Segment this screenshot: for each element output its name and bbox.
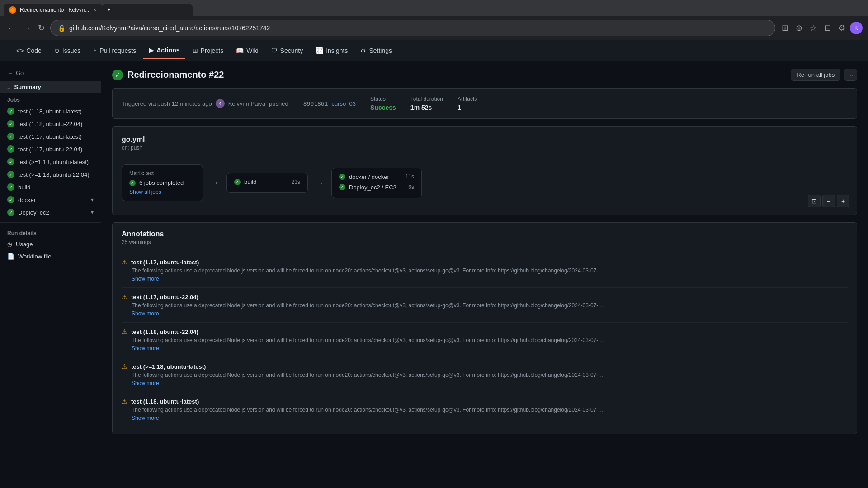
forward-button[interactable]: → xyxy=(21,22,33,35)
job-test-4[interactable]: ✓ test (1.17, ubuntu-22.04) xyxy=(0,143,101,155)
diagram-controls: ⊡ − + xyxy=(808,195,849,207)
nav-settings-label: Settings xyxy=(369,47,392,54)
fit-diagram-button[interactable]: ⊡ xyxy=(808,195,821,207)
warning-icon: ⚠ xyxy=(122,398,127,405)
show-more-5[interactable]: Show more xyxy=(132,415,848,421)
job-test-3[interactable]: ✓ test (1.17, ubuntu-latest) xyxy=(0,130,101,143)
usage-item[interactable]: ◷ Usage xyxy=(0,238,101,250)
artifacts-value: 1 xyxy=(458,104,477,111)
actions-icon: ▶ xyxy=(149,47,154,54)
nav-insights[interactable]: 📈 Insights xyxy=(310,42,353,59)
artifacts-label: Artifacts xyxy=(458,96,477,102)
job-docker[interactable]: ✓ docker ▾ xyxy=(0,193,101,206)
warning-icon: ⚠ xyxy=(122,328,127,335)
build-node: ✓ build 23s xyxy=(226,173,308,193)
status-value: Success xyxy=(370,104,396,111)
page-title: Redirecionamento #22 xyxy=(127,70,224,80)
annotation-header-5: ⚠ test (1.18, ubuntu-latest) xyxy=(122,398,848,405)
job-build[interactable]: ✓ build xyxy=(0,181,101,193)
job-success-icon: ✓ xyxy=(7,145,14,153)
show-more-3[interactable]: Show more xyxy=(132,345,848,352)
bookmark-icon[interactable]: ☆ xyxy=(807,21,820,35)
zoom-in-button[interactable]: + xyxy=(837,195,849,207)
nav-wiki[interactable]: 📖 Wiki xyxy=(231,42,264,59)
zoom-out-button[interactable]: − xyxy=(822,195,835,207)
nav-projects[interactable]: ⊞ Projects xyxy=(187,42,229,59)
build-job: ✓ build 23s xyxy=(234,178,300,185)
nav-actions[interactable]: ▶ Actions xyxy=(143,42,185,59)
show-more-4[interactable]: Show more xyxy=(132,380,848,386)
rerun-all-jobs-button[interactable]: Re-run all jobs xyxy=(791,69,840,81)
job-test-2[interactable]: ✓ test (1.18, ubuntu-22.04) xyxy=(0,117,101,130)
nav-wiki-label: Wiki xyxy=(246,47,258,54)
projects-icon: ⊞ xyxy=(193,47,198,54)
job-success-icon: ✓ xyxy=(7,183,14,191)
zoom-icon[interactable]: ⊕ xyxy=(793,21,805,35)
pushed-text: pushed xyxy=(269,100,288,107)
annotations-title: Annotations xyxy=(122,230,848,238)
job-label: test (1.17, ubuntu-latest) xyxy=(18,133,82,140)
nav-insights-label: Insights xyxy=(326,47,348,54)
warning-icon: ⚠ xyxy=(122,258,127,266)
job-test-5[interactable]: ✓ test (>=1.18, ubuntu-latest) xyxy=(0,155,101,168)
job-success-icon: ✓ xyxy=(7,209,14,216)
annotation-message-4: The following actions use a deprecated N… xyxy=(132,372,606,378)
sidebar-divider xyxy=(0,222,101,223)
tab-close-button[interactable]: × xyxy=(93,6,96,14)
job-label: test (>=1.18, ubuntu-latest) xyxy=(18,159,89,165)
summary-icon: ≡ xyxy=(7,84,11,90)
active-tab[interactable]: 🔶 Redirecionamento · Kelvyn... × xyxy=(4,4,102,16)
commit-hash: 8901861 xyxy=(303,100,328,107)
job-deploy-ec2[interactable]: ✓ Deploy_ec2 ▾ xyxy=(0,206,101,219)
extensions-icon[interactable]: ⊞ xyxy=(779,21,791,35)
refresh-button[interactable]: ↻ xyxy=(36,21,47,35)
more-options-button[interactable]: ··· xyxy=(844,69,857,81)
show-all-jobs-link[interactable]: Show all jobs xyxy=(129,189,195,195)
annotation-job-name-2: test (1.17, ubuntu-22.04) xyxy=(131,294,198,300)
jobs-section-label: Jobs xyxy=(0,93,101,105)
annotation-item-3: ⚠ test (1.18, ubuntu-22.04) The followin… xyxy=(122,322,848,357)
diagram-card: go.yml on: push Matrix: test ✓ 6 jobs co… xyxy=(112,126,857,215)
job-label: test (>=1.18, ubuntu-22.04) xyxy=(18,171,90,178)
build-success-icon: ✓ xyxy=(234,179,241,185)
status-group: Status Success xyxy=(370,96,396,111)
job-test-1[interactable]: ✓ test (1.18, ubuntu-latest) xyxy=(0,105,101,117)
job-label: test (1.18, ubuntu-22.04) xyxy=(18,121,82,127)
nav-issues[interactable]: ⊙ Issues xyxy=(49,42,86,59)
nav-pr-label: Pull requests xyxy=(99,47,136,54)
browser-toolbar: ← → ↻ 🔒 github.com/KelvynmPaiva/curso_ci… xyxy=(0,16,868,40)
account-icon[interactable]: ⚙ xyxy=(835,21,848,35)
bookmark-bar-icon[interactable]: ⊟ xyxy=(821,21,834,35)
back-button[interactable]: ← xyxy=(5,22,17,35)
duration-group: Total duration 1m 52s xyxy=(410,96,443,111)
show-more-2[interactable]: Show more xyxy=(132,310,848,317)
diagram-flow: Matrix: test ✓ 6 jobs completed Show all… xyxy=(122,160,848,206)
summary-item[interactable]: ≡ Summary xyxy=(0,81,101,93)
chevron-down-icon: ▾ xyxy=(91,209,94,216)
annotation-job-name-5: test (1.18, ubuntu-latest) xyxy=(131,398,199,405)
annotation-header-1: ⚠ test (1.17, ubuntu-latest) xyxy=(122,258,848,266)
arrow-left-icon: ← xyxy=(7,70,13,76)
annotation-job-name-1: test (1.17, ubuntu-latest) xyxy=(131,259,199,266)
job-label: docker xyxy=(18,197,36,203)
nav-security[interactable]: 🛡 Security xyxy=(266,42,309,59)
job-label: build xyxy=(18,184,30,191)
header-actions: Re-run all jobs ··· xyxy=(791,69,857,81)
flow-arrow-1: → xyxy=(210,178,219,188)
show-more-1[interactable]: Show more xyxy=(132,276,848,282)
annotation-item-4: ⚠ test (>=1.18, ubuntu-latest) The follo… xyxy=(122,357,848,392)
repo-nav: <> Code ⊙ Issues ⑃ Pull requests ▶ Actio… xyxy=(0,40,868,61)
multi-job-node: ✓ docker / docker 11s ✓ Deploy_ec2 / EC2… xyxy=(331,168,422,198)
nav-code[interactable]: <> Code xyxy=(11,42,47,59)
job-test-6[interactable]: ✓ test (>=1.18, ubuntu-22.04) xyxy=(0,168,101,181)
browser-profile[interactable]: K xyxy=(850,22,863,34)
nav-pull-requests[interactable]: ⑃ Pull requests xyxy=(88,42,142,59)
job-success-icon: ✓ xyxy=(7,108,14,115)
workflow-file-item[interactable]: 📄 Workflow file xyxy=(0,250,101,263)
go-back-link[interactable]: ← Go xyxy=(0,67,101,79)
address-bar[interactable]: 🔒 github.com/KelvynmPaiva/curso_ci-cd_al… xyxy=(50,20,775,36)
docker-success-icon: ✓ xyxy=(339,174,345,180)
nav-settings[interactable]: ⚙ Settings xyxy=(355,42,397,59)
annotation-header-4: ⚠ test (>=1.18, ubuntu-latest) xyxy=(122,363,848,370)
new-tab-button[interactable]: + xyxy=(102,4,193,16)
